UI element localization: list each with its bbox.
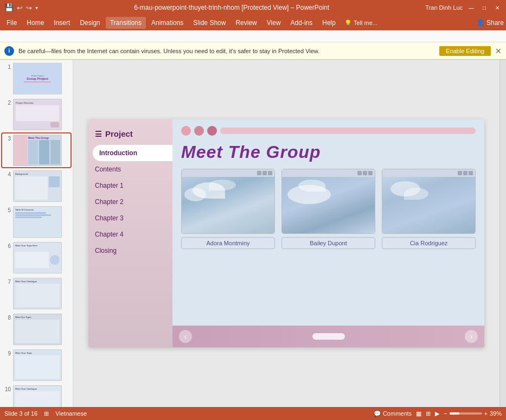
nav-chapter1[interactable]: Chapter 1 [88, 177, 172, 194]
slide-info: Slide 3 of 16 [4, 410, 37, 417]
close-protected-bar-button[interactable]: ✕ [495, 47, 502, 55]
nav-chapter2[interactable]: Chapter 2 [88, 194, 172, 210]
nav-introduction[interactable]: Introduction [93, 145, 172, 161]
save-icon[interactable]: 💾 [4, 3, 14, 12]
photo-cards-row: Adora Montminy [172, 169, 484, 347]
photo-frame-titlebar-3 [382, 169, 475, 177]
menu-transitions[interactable]: Transitions [106, 17, 146, 29]
slide-num-4: 4 [3, 170, 11, 177]
menu-design[interactable]: Design [75, 17, 104, 29]
maximize-button[interactable]: □ [480, 3, 489, 12]
slide-thumb-3[interactable]: 3 Meet The Group [2, 133, 71, 167]
menu-slideshow[interactable]: Slide Show [189, 17, 230, 29]
status-bar-right: 💬 Comments ▦ ⊞ ▶ − + 39% [374, 410, 502, 417]
menu-file[interactable]: File [2, 17, 21, 29]
nav-chapter3[interactable]: Chapter 3 [88, 210, 172, 226]
tell-me[interactable]: 💡 Tell me... [344, 20, 377, 27]
slide-thumb-2[interactable]: 2 Project Overview [2, 98, 71, 131]
menu-view[interactable]: View [262, 17, 285, 29]
status-bar: Slide 3 of 16 ⊞ Vietnamese 💬 Comments ▦ … [0, 407, 506, 420]
deco-circle-1 [181, 126, 191, 136]
slide-thumb-1[interactable]: 1 Team Project Group Project [2, 62, 71, 96]
title-bar-right: Tran Dinh Luc — □ ✕ [425, 3, 502, 12]
frame-btn-close-2 [368, 171, 373, 175]
slide-img-9: Write Your Topic [13, 349, 62, 381]
slide-thumb-5[interactable]: 5 Table Of Contents [2, 205, 71, 239]
frame-btn-max-2 [363, 171, 367, 175]
slide-num-9: 9 [3, 349, 11, 357]
slide-thumb-7[interactable]: 7 Write Your Catalogue [2, 277, 71, 310]
slide-title: Meet The Group [172, 138, 484, 169]
menu-addins[interactable]: Add-ins [286, 17, 317, 29]
nav-closing[interactable]: Closing [88, 243, 172, 259]
hamburger-icon: ☰ [95, 130, 102, 138]
next-arrow[interactable]: › [465, 330, 478, 343]
slide-img-5: Table Of Contents [13, 206, 62, 238]
close-button[interactable]: ✕ [493, 3, 502, 12]
nav-contents[interactable]: Contents [88, 161, 172, 177]
nav-chapter4[interactable]: Chapter 4 [88, 226, 172, 243]
deco-bar [220, 128, 476, 134]
slide-thumb-9[interactable]: 9 Write Your Topic [2, 348, 71, 382]
right-scrollbar[interactable] [499, 60, 506, 407]
frame-btn-close-3 [469, 171, 473, 175]
slide-num-5: 5 [3, 206, 11, 213]
enable-editing-button[interactable]: Enable Editing [439, 46, 491, 56]
grid-view-icon[interactable]: ⊞ [426, 410, 431, 417]
slide-thumb-8[interactable]: 8 Write Our Topic [2, 313, 71, 346]
project-label: Project [105, 129, 133, 138]
comments-button[interactable]: 💬 Comments [374, 410, 412, 417]
title-bar-left: 💾 ↩ ↪ ▾ [4, 3, 38, 12]
slide-bottom-nav: ‹ › [172, 326, 484, 347]
deco-circle-3 [207, 126, 217, 136]
frame-btn-min-1 [257, 171, 261, 175]
normal-view-icon[interactable]: ▦ [416, 410, 421, 417]
slide-num-10: 10 [3, 385, 11, 392]
slide-sidebar-header: ☰ Project [88, 126, 172, 145]
slide-img-2: Project Overview [13, 99, 62, 130]
photo-frame-titlebar-2 [282, 169, 375, 177]
prev-arrow[interactable]: ‹ [179, 330, 192, 343]
info-icon: i [4, 46, 14, 56]
photo-img-3 [382, 177, 475, 233]
frame-btn-max-3 [463, 171, 467, 175]
ribbon [0, 30, 506, 42]
minimize-button[interactable]: — [467, 3, 476, 12]
zoom-bar[interactable] [450, 412, 482, 415]
main-layout: 1 Team Project Group Project 2 Project O… [0, 60, 506, 407]
slide-inner: ☰ Project Introduction Contents Chapter … [88, 119, 484, 347]
title-bar: 💾 ↩ ↪ ▾ 6-mau-powerpoint-thuyet-trinh-nh… [0, 0, 506, 15]
menu-insert[interactable]: Insert [49, 17, 74, 29]
frame-btn-min-2 [357, 171, 362, 175]
slide-num-3: 3 [3, 135, 11, 142]
menu-review[interactable]: Review [231, 17, 261, 29]
slide-num-7: 7 [3, 278, 11, 285]
name-tag-3: Cia Rodriguez [382, 237, 476, 249]
deco-circle-2 [194, 126, 204, 136]
slide-canvas[interactable]: ☰ Project Introduction Contents Chapter … [88, 119, 484, 347]
undo-icon[interactable]: ↩ [17, 4, 23, 12]
slide-num-1: 1 [3, 63, 11, 70]
frame-btn-close-1 [268, 171, 272, 175]
slide-thumb-4[interactable]: 4 Background [2, 169, 71, 203]
photo-frame-titlebar-1 [182, 169, 274, 177]
slide-thumb-10[interactable]: 10 Write Your Catalogue [2, 384, 71, 407]
menu-animations[interactable]: Animations [147, 17, 188, 29]
slide-img-8: Write Our Topic [13, 314, 62, 345]
nav-dot-active [312, 333, 345, 340]
menu-home[interactable]: Home [22, 17, 48, 29]
menu-help[interactable]: Help [318, 17, 340, 29]
photo-card-1: Adora Montminy [181, 169, 275, 347]
redo-icon[interactable]: ↪ [26, 4, 32, 12]
photo-card-2: Bailey Dupont [281, 169, 375, 347]
content-area: ☰ Project Introduction Contents Chapter … [73, 60, 499, 407]
zoom-out-button[interactable]: − [444, 410, 447, 417]
slideshow-icon[interactable]: ▶ [435, 410, 439, 417]
nav-dots [312, 333, 345, 340]
slide-thumb-6[interactable]: 6 Write Your Topic Here [2, 241, 71, 275]
zoom-level: 39% [490, 410, 502, 417]
slide-img-3: Meet The Group [13, 135, 62, 166]
zoom-in-button[interactable]: + [484, 410, 488, 417]
share-button[interactable]: 👤 Share [476, 19, 504, 27]
slide-img-7: Write Your Catalogue [13, 278, 62, 309]
